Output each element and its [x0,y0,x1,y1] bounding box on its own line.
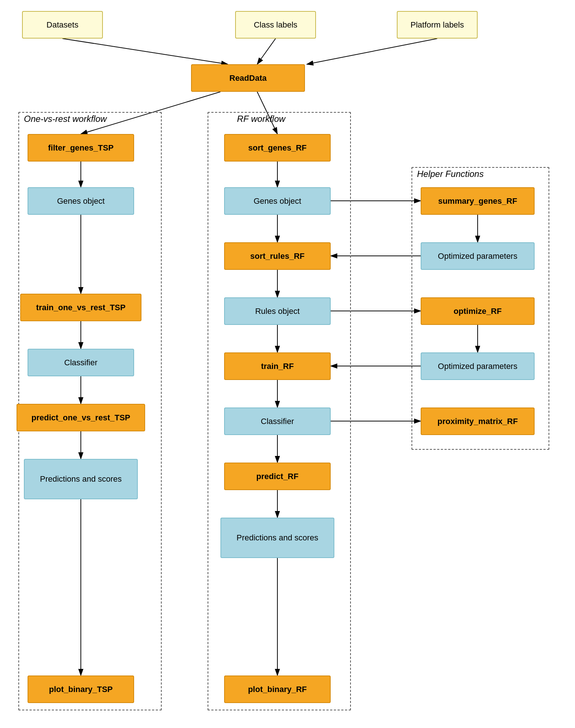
genes-obj1-node: Genes object [28,187,134,215]
rf-workflow-label: RF workflow [237,114,285,124]
datasets-node: Datasets [22,11,103,39]
one-vs-rest-label: One-vs-rest workflow [24,114,107,124]
predictions-scores2-node: Predictions and scores [220,518,334,558]
diagram-container: Datasets Class labels Platform labels Re… [0,0,575,728]
svg-line-2 [257,39,276,64]
classifier1-node: Classifier [28,349,134,376]
predict-rf-node: predict_RF [224,463,331,490]
plot-binary-tsp-node: plot_binary_TSP [28,676,134,703]
proximity-matrix-rf-node: proximity_matrix_RF [421,408,535,435]
predictions-scores1-node: Predictions and scores [24,459,138,499]
class-labels-node: Class labels [235,11,316,39]
optimize-rf-node: optimize_RF [421,297,535,325]
predict-one-vs-rest-node: predict_one_vs_rest_TSP [17,404,145,431]
classifier2-node: Classifier [224,408,331,435]
helper-functions-label: Helper Functions [417,169,484,179]
svg-line-3 [307,39,437,64]
optimized-params1-node: Optimized parameters [421,242,535,270]
svg-line-1 [62,39,228,64]
sort-genes-rf-node: sort_genes_RF [224,134,331,162]
readdata-node: ReadData [191,64,305,92]
train-rf-node: train_RF [224,352,331,380]
rules-obj-node: Rules object [224,297,331,325]
summary-genes-rf-node: summary_genes_RF [421,187,535,215]
sort-rules-rf-node: sort_rules_RF [224,242,331,270]
platform-labels-node: Platform labels [397,11,478,39]
plot-binary-rf-node: plot_binary_RF [224,676,331,703]
genes-obj2-node: Genes object [224,187,331,215]
filter-genes-tsp-node: filter_genes_TSP [28,134,134,162]
optimized-params2-node: Optimized parameters [421,352,535,380]
train-one-vs-rest-node: train_one_vs_rest_TSP [20,294,141,321]
